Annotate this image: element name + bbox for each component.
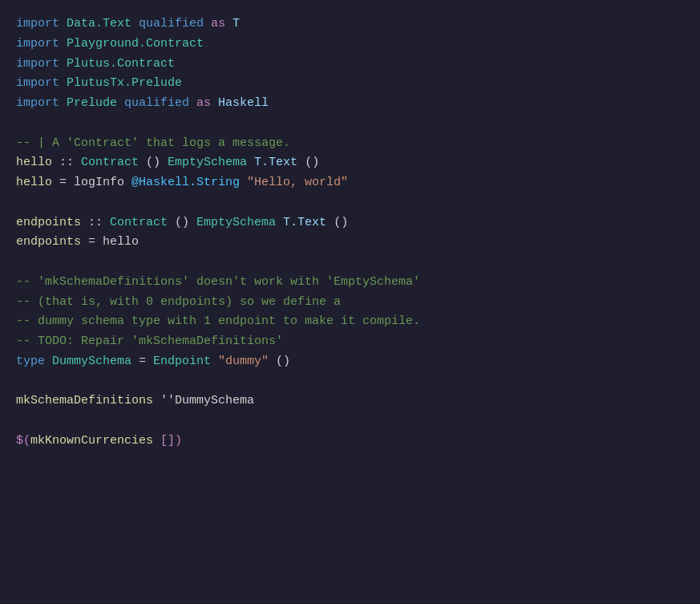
line-1: import Data.Text qualified as T (16, 14, 684, 34)
line-16: -- dummy schema type with 1 endpoint to … (16, 312, 684, 332)
line-22: $(mkKnownCurrencies []) (16, 432, 684, 452)
line-7: -- | A 'Contract' that logs a message. (16, 134, 684, 154)
line-19 (16, 372, 684, 392)
code-block: import Data.Text qualified as Timport Pl… (16, 14, 684, 452)
line-17: -- TODO: Repair 'mkSchemaDefinitions' (16, 332, 684, 352)
line-21 (16, 411, 684, 432)
line-20: mkSchemaDefinitions ''DummySchema (16, 391, 684, 411)
line-8: hello :: Contract () EmptySchema T.Text … (16, 153, 684, 173)
code-editor: import Data.Text qualified as Timport Pl… (0, 0, 700, 604)
line-5: import Prelude qualified as Haskell (16, 94, 684, 114)
line-6 (16, 114, 684, 134)
line-9: hello = logInfo @Haskell.String "Hello, … (16, 173, 684, 193)
line-11: endpoints :: Contract () EmptySchema T.T… (16, 213, 684, 233)
line-10 (16, 193, 684, 213)
line-3: import Plutus.Contract (16, 55, 684, 75)
line-14: -- 'mkSchemaDefinitions' doesn't work wi… (16, 273, 684, 293)
line-4: import PlutusTx.Prelude (16, 74, 684, 94)
line-12: endpoints = hello (16, 233, 684, 253)
line-2: import Playground.Contract (16, 34, 684, 55)
line-15: -- (that is, with 0 endpoints) so we def… (16, 293, 684, 313)
line-13 (16, 253, 684, 273)
line-18: type DummySchema = Endpoint "dummy" () (16, 352, 684, 372)
